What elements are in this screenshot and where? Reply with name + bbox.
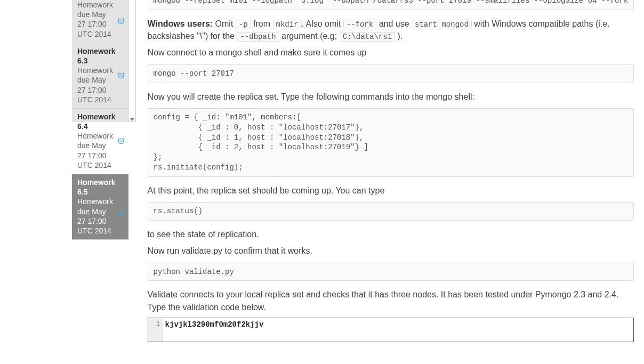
- windows-users-paragraph: Windows users: Omit -p from mkdir. Also …: [148, 18, 634, 43]
- sidebar-item-hw64[interactable]: Homework 6.4 Homework due May 27 17:00 U…: [72, 109, 128, 174]
- sidebar-item-title: Homework 6.3: [77, 46, 116, 66]
- alarm-icon: [117, 71, 125, 80]
- code-mongo-connect: mongo --port 27017: [148, 64, 634, 83]
- windows-users-label: Windows users:: [148, 19, 213, 28]
- validation-code-input[interactable]: 1 kjvjkl3290mf0m20f2kjjv: [148, 318, 634, 342]
- alarm-icon: [117, 17, 125, 26]
- create-rs-paragraph: Now you will create the replica set. Typ…: [148, 91, 634, 103]
- runvalidate-paragraph: Now run validate.py to confirm that it w…: [148, 245, 634, 257]
- code-rs-config: config = { _id: "m101", members:[ { _id …: [148, 108, 634, 177]
- inline-code-winpath: C:\data\rs1: [340, 32, 395, 42]
- sidebar-item-hw-prev[interactable]: Homework due May 27 17:00 UTC 2014: [72, 0, 128, 43]
- sidebar-container: Homework due May 27 17:00 UTC 2014 Homew…: [0, 0, 136, 364]
- sidebar-item-hw63[interactable]: Homework 6.3 Homework due May 27 17:00 U…: [72, 43, 128, 109]
- sidebar-item-subtitle: Homework due May 27 17:00 UTC 2014: [77, 197, 116, 236]
- main-content: mongod --replSet m101 --logpath "3.log" …: [136, 0, 644, 364]
- line-number: 1: [148, 318, 163, 342]
- sidebar-item-title: Homework 6.5: [77, 177, 116, 197]
- validate-desc-paragraph: Validate connects to your local replica …: [148, 288, 634, 313]
- inline-code-p: -p: [236, 20, 251, 29]
- alarm-icon: [117, 209, 125, 217]
- sidebar-item-subtitle: Homework due May 27 17:00 UTC 2014: [77, 0, 116, 39]
- inline-code-start-mongod: start mongod: [412, 20, 472, 29]
- inline-code-mkdir: mkdir: [273, 20, 302, 29]
- sidebar-item-subtitle: Homework due May 27 17:00 UTC 2014: [77, 66, 116, 104]
- code-rs-status: rs.status(): [148, 202, 634, 221]
- inline-code-dbpath: --dbpath: [237, 32, 279, 42]
- code-validate: python validate.py: [148, 263, 634, 281]
- connect-paragraph: Now connect to a mongo shell and make su…: [148, 46, 634, 59]
- seestate-paragraph: to see the state of replication.: [148, 228, 634, 240]
- code-mongod-start: mongod --replSet m101 --logpath "3.log" …: [148, 0, 634, 10]
- atpoint-paragraph: At this point, the replica set should be…: [148, 184, 634, 197]
- sidebar-item-title: Homework 6.4: [77, 112, 116, 131]
- sidebar-nav: Homework due May 27 17:00 UTC 2014 Homew…: [72, 0, 136, 122]
- alarm-icon: [117, 137, 125, 145]
- sidebar-scrollbar[interactable]: [128, 0, 135, 121]
- validation-code-value[interactable]: kjvjkl3290mf0m20f2kjjv: [163, 318, 634, 342]
- inline-code-fork: --fork: [343, 20, 376, 29]
- sidebar-item-subtitle: Homework due May 27 17:00 UTC 2014: [77, 131, 116, 170]
- sidebar-item-hw65[interactable]: Homework 6.5 Homework due May 27 17:00 U…: [72, 174, 128, 240]
